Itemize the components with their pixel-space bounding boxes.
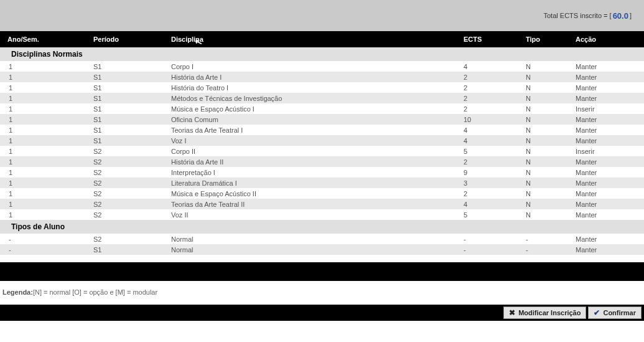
confirm-button[interactable]: ✔ Confirmar [588, 306, 642, 319]
table-row: 1S1Oficina Comum10NManter [0, 114, 644, 125]
cell-tipo: N [526, 201, 576, 208]
ects-label-suffix: ] [630, 12, 632, 19]
cell-ects: 3 [464, 179, 526, 187]
cell-ano: 1 [0, 148, 93, 155]
modify-inscription-button[interactable]: ✖ Modificar Inscrição [503, 306, 586, 319]
cell-tipo: N [526, 74, 576, 81]
legend-text: [N] = normal [O] = opção e [M] = modular [33, 288, 157, 296]
cell-ects: - [464, 246, 526, 254]
cell-disciplina: Normal [171, 246, 464, 254]
cell-accao: Manter [576, 137, 638, 145]
cell-tipo: N [526, 179, 576, 187]
cell-periodo: S1 [93, 126, 171, 134]
cell-periodo: S2 [93, 169, 171, 176]
table-row: 1S1Voz I4NManter [0, 135, 644, 146]
cell-periodo: S1 [93, 137, 171, 145]
cell-ects: 10 [464, 116, 526, 123]
cell-periodo: S1 [93, 116, 171, 123]
col-ano-sem: Ano/Sem. [0, 36, 93, 43]
table-row: 1S1História do Teatro I2NManter [0, 82, 644, 93]
ects-label-prefix: Total ECTS inscrito = [ [544, 12, 612, 19]
summary-bar: Total ECTS inscrito = [ 60.0 ] [0, 0, 644, 31]
cell-ects: 4 [464, 126, 526, 134]
cell-periodo: S1 [93, 74, 171, 81]
cell-disciplina: Oficina Comum [171, 116, 464, 123]
section-tipos-aluno: Tipos de Aluno [0, 220, 644, 234]
cell-accao: Manter [576, 179, 638, 187]
cell-disciplina: História da Arte I [171, 74, 464, 81]
cell-accao: Manter [576, 84, 638, 92]
cell-ano: 1 [0, 137, 93, 145]
cell-ects: 2 [464, 74, 526, 81]
cell-ano: - [0, 235, 93, 243]
cell-disciplina: Literatura Dramática I [171, 179, 464, 187]
table-row: -S1Normal--Manter [0, 244, 644, 255]
cell-ects: 2 [464, 190, 526, 197]
cell-tipo: N [526, 116, 576, 123]
cell-disciplina: História da Arte II [171, 158, 464, 166]
cell-tipo: N [526, 95, 576, 102]
cell-ano: 1 [0, 169, 93, 176]
table-row: 1S2História da Arte II2NManter [0, 156, 644, 167]
cell-accao: Manter [576, 126, 638, 134]
cell-tipo: - [526, 246, 576, 254]
col-periodo: Período [93, 36, 171, 43]
table-row: 1S2Voz II5NManter [0, 209, 644, 220]
check-icon: ✔ [594, 308, 600, 317]
disciplinas-rows: 1S1Corpo I4NManter1S1História da Arte I2… [0, 61, 644, 220]
cell-ects: 5 [464, 148, 526, 155]
tipos-aluno-rows: -S2Normal--Manter-S1Normal--Manter [0, 234, 644, 255]
cell-disciplina: Música e Espaço Acústico I [171, 105, 464, 113]
table-row: 1S1Teorias da Arte Teatral I4NManter [0, 125, 644, 135]
cell-tipo: N [526, 137, 576, 145]
table-row: 1S2Interpretação I9NManter [0, 167, 644, 178]
table-row: 1S2Literatura Dramática I3NManter [0, 178, 644, 188]
cell-tipo: - [526, 235, 576, 243]
cell-accao: Inserir [576, 148, 638, 155]
cell-tipo: N [526, 190, 576, 197]
table-row: 1S2Música e Espaço Acústico II2NManter [0, 188, 644, 199]
cell-ano: 1 [0, 95, 93, 102]
cell-ects: 2 [464, 84, 526, 92]
confirm-label: Confirmar [603, 309, 636, 316]
cell-ects: 2 [464, 95, 526, 102]
cell-tipo: N [526, 126, 576, 134]
cell-ects: 4 [464, 137, 526, 145]
cell-accao: Manter [576, 74, 638, 81]
modify-label: Modificar Inscrição [518, 309, 581, 316]
cell-ano: 1 [0, 158, 93, 166]
cell-ano: 1 [0, 116, 93, 123]
action-bar: ✖ Modificar Inscrição ✔ Confirmar [0, 305, 644, 321]
cell-accao: Manter [576, 95, 638, 102]
cell-ects: 4 [464, 63, 526, 70]
table-row: 1S2Corpo II5NInserir [0, 146, 644, 156]
cell-accao: Manter [576, 158, 638, 166]
table-row: 1S1Métodos e Técnicas de Investigação2NM… [0, 93, 644, 103]
cell-disciplina: História do Teatro I [171, 84, 464, 92]
cell-ects: 5 [464, 211, 526, 219]
col-accao: Acção [576, 36, 638, 43]
col-tipo: Tipo [526, 36, 576, 43]
separator-bar [0, 262, 644, 281]
table-row: 1S1Corpo I4NManter [0, 61, 644, 72]
cell-ano: 1 [0, 201, 93, 208]
cell-ano: 1 [0, 126, 93, 134]
cell-periodo: S1 [93, 105, 171, 113]
cell-ects: 2 [464, 105, 526, 113]
cell-periodo: S2 [93, 179, 171, 187]
cell-periodo: S1 [93, 63, 171, 70]
ects-total-value: 60.0 [613, 11, 628, 21]
cell-disciplina: Teorias da Arte Teatral II [171, 201, 464, 208]
cell-periodo: S2 [93, 158, 171, 166]
table-row: 1S2Teorias da Arte Teatral II4NManter [0, 199, 644, 209]
cell-disciplina: Voz II [171, 211, 464, 219]
cell-ano: 1 [0, 179, 93, 187]
cell-ano: 1 [0, 211, 93, 219]
cell-disciplina: Normal [171, 235, 464, 243]
cell-ano: 1 [0, 63, 93, 70]
cell-ects: 4 [464, 201, 526, 208]
cell-accao: Manter [576, 190, 638, 197]
col-disciplina: Disciplina ↖ [171, 36, 464, 43]
cell-accao: Manter [576, 63, 638, 70]
table-row: 1S1Música e Espaço Acústico I2NInserir [0, 103, 644, 114]
